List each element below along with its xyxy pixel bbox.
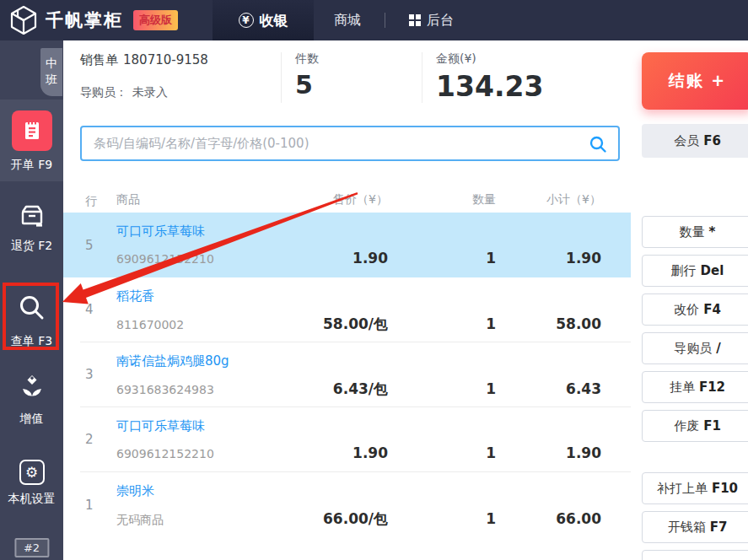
button-label: 删行	[671, 263, 697, 279]
product-name-link[interactable]: 崇明米	[116, 483, 154, 499]
topbar: 千帆掌柜 高级版 ¥ 收银 商城	[0, 0, 748, 40]
member-label: 会员	[674, 133, 699, 149]
unit-price: 66.00/包	[270, 509, 388, 529]
sidebar-item-refund[interactable]: 退货 F2	[0, 203, 63, 254]
sidebar-item-label: 开单 F9	[0, 158, 63, 173]
row-number: 1	[85, 498, 94, 513]
tab-mall[interactable]: 商城	[314, 0, 381, 40]
product-code: 无码商品	[116, 513, 270, 528]
sidebar-item-settings[interactable]: ⚙ 本机设置	[0, 460, 63, 507]
grid-icon	[409, 14, 421, 26]
button-label: 补打上单	[657, 481, 708, 497]
change-price-button[interactable]: 改价 F4	[642, 293, 748, 326]
void-button[interactable]: 作废 F1	[642, 410, 748, 442]
col-product: 商品	[116, 192, 270, 207]
amount-label: 金额(¥)	[436, 51, 543, 67]
table-header: 行 商品 售价（¥） 数量 小计（¥）	[80, 192, 631, 213]
subtotal: 1.90	[496, 250, 601, 267]
quantity: 1	[388, 444, 496, 461]
button-hotkey: F1	[703, 418, 721, 433]
tab-backend-label: 后台	[427, 12, 454, 30]
button-hotkey: *	[709, 224, 716, 240]
delete-line-button[interactable]: 删行 Del	[642, 255, 748, 287]
search-box	[80, 126, 620, 161]
button-label: 改价	[674, 302, 699, 318]
reprint-last-button[interactable]: 补打上单 F10	[642, 472, 748, 504]
hotkey-group-2: 补打上单 F10 开钱箱 F7	[642, 472, 748, 560]
tab-cashier[interactable]: ¥ 收银	[213, 0, 314, 40]
search-icon	[16, 292, 48, 324]
action-panel: 结账 + 会员 F6 数量 * 删行 Del 改价 F4 导购员 / 挂单	[642, 40, 748, 560]
top-nav: ¥ 收银 商城 后台	[213, 0, 474, 40]
product-name-link[interactable]: 稻花香	[116, 288, 154, 304]
cart-table: 行 商品 售价（¥） 数量 小计（¥） 5 可口可乐草莓味 6909612152…	[80, 192, 631, 537]
button-label: 开钱箱	[668, 520, 706, 536]
unit-price: 1.90	[270, 444, 388, 461]
yen-circle-icon: ¥	[239, 13, 254, 28]
row-number: 5	[85, 238, 94, 253]
product-name-link[interactable]: 可口可乐草莓味	[116, 223, 205, 240]
button-hotkey: F12	[699, 380, 725, 395]
brand-name: 千帆掌柜	[46, 8, 123, 32]
sidebar-item-label: 退货 F2	[0, 239, 63, 254]
stat-divider	[281, 52, 282, 103]
qty-value: 5	[295, 70, 319, 100]
button-hotkey: F10	[712, 481, 738, 496]
hold-order-button[interactable]: 挂单 F12	[642, 371, 748, 403]
member-button[interactable]: 会员 F6	[642, 124, 748, 158]
button-label: 挂单	[670, 380, 695, 396]
main-area: 销售单180710-9158 导购员：未录入 件数 5 金额(¥) 134.23…	[63, 40, 642, 560]
shift-tab[interactable]: 中班	[40, 48, 62, 96]
partial-button[interactable]	[642, 550, 748, 560]
product-code: 6909612152210	[116, 252, 270, 266]
guide-button[interactable]: 导购员 /	[642, 332, 748, 364]
tab-backend[interactable]: 后台	[389, 0, 474, 40]
row-number: 3	[85, 367, 94, 382]
product-code: 811670002	[116, 318, 270, 331]
sidebar-item-label: 查单 F3	[0, 334, 63, 349]
table-row[interactable]: 4 稻花香 811670002 58.00/包 1 58.00	[80, 277, 631, 342]
product-name-link[interactable]: 南诺信盐焗鸡腿80g	[116, 353, 229, 369]
pos-app: 千帆掌柜 高级版 ¥ 收银 商城	[0, 0, 748, 560]
qty-button[interactable]: 数量 *	[642, 216, 748, 248]
unit-price: 58.00/包	[270, 315, 388, 334]
row-number: 4	[85, 302, 94, 317]
sidebar-item-label: 增值	[0, 412, 63, 427]
receipt-icon	[12, 110, 52, 151]
table-row[interactable]: 3 南诺信盐焗鸡腿80g 6931683624983 6.43/包 1 6.43	[80, 342, 631, 407]
table-row[interactable]: 1 崇明米 无码商品 66.00/包 1 66.00	[80, 472, 631, 537]
guide-line: 导购员：未录入	[80, 85, 168, 100]
product-code: 6931683624983	[116, 383, 270, 396]
row-number: 2	[85, 432, 94, 447]
quantity: 1	[388, 510, 496, 527]
open-drawer-button[interactable]: 开钱箱 F7	[642, 511, 748, 543]
qty-label: 件数	[295, 51, 319, 67]
checkout-button[interactable]: 结账 +	[642, 52, 748, 110]
sale-number-line: 销售单180710-9158	[80, 52, 208, 68]
button-label: 数量	[680, 224, 705, 240]
sidebar-item-open-bill[interactable]: 开单 F9	[0, 100, 63, 181]
sale-number: 180710-9158	[123, 52, 208, 67]
col-price: 售价（¥）	[270, 192, 388, 207]
sidebar-item-query[interactable]: 查单 F3	[0, 292, 63, 349]
button-hotkey: F7	[710, 520, 728, 535]
brand-logo-icon	[8, 5, 39, 35]
sidebar: 中班 开单 F9	[0, 40, 63, 560]
stat-qty: 件数 5	[295, 51, 319, 100]
table-row[interactable]: 2 可口可乐草莓味 6909612152210 1.90 1 1.90	[80, 407, 631, 472]
sidebar-item-value-added[interactable]: 增值	[0, 373, 63, 427]
button-hotkey: /	[716, 341, 720, 356]
search-icon[interactable]	[589, 135, 607, 153]
quantity: 1	[388, 380, 496, 397]
subtotal: 6.43	[496, 380, 601, 397]
table-row[interactable]: 5 可口可乐草莓味 6909612152210 1.90 1 1.90	[63, 213, 631, 277]
subtotal: 1.90	[496, 444, 601, 461]
search-input[interactable]	[82, 127, 618, 159]
quantity: 1	[388, 315, 496, 332]
button-hotkey: Del	[701, 263, 724, 278]
button-label: 导购员	[674, 341, 712, 357]
premium-badge: 高级版	[133, 10, 178, 30]
product-name-link[interactable]: 可口可乐草莓味	[116, 418, 205, 434]
guide-label: 导购员：	[80, 85, 127, 99]
col-subtotal: 小计（¥）	[496, 192, 601, 207]
